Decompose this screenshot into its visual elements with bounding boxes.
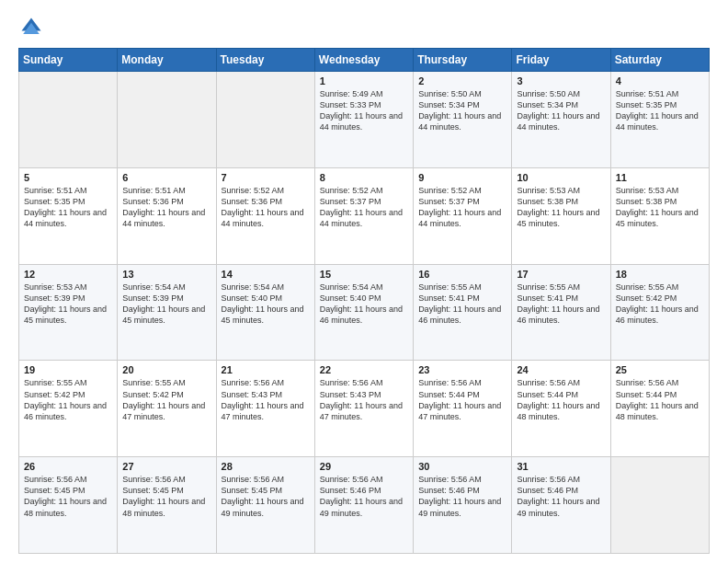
day-info: Sunrise: 5:56 AMSunset: 5:44 PMDaylight:…	[517, 377, 605, 422]
col-header-saturday: Saturday	[610, 49, 709, 72]
day-number: 6	[122, 172, 210, 183]
calendar-cell: 12Sunrise: 5:53 AMSunset: 5:39 PMDayligh…	[19, 264, 118, 361]
day-info: Sunrise: 5:55 AMSunset: 5:42 PMDaylight:…	[24, 377, 112, 422]
calendar-cell: 17Sunrise: 5:55 AMSunset: 5:41 PMDayligh…	[512, 264, 610, 361]
calendar-cell	[118, 72, 216, 168]
week-row-1: 1Sunrise: 5:49 AMSunset: 5:33 PMDaylight…	[19, 72, 710, 168]
day-number: 7	[222, 172, 310, 183]
calendar-cell: 11Sunrise: 5:53 AMSunset: 5:38 PMDayligh…	[610, 167, 709, 264]
calendar-cell: 21Sunrise: 5:56 AMSunset: 5:43 PMDayligh…	[216, 361, 314, 457]
day-number: 12	[24, 269, 112, 280]
day-info: Sunrise: 5:56 AMSunset: 5:45 PMDaylight:…	[24, 474, 112, 519]
day-number: 9	[418, 172, 506, 183]
day-info: Sunrise: 5:56 AMSunset: 5:46 PMDaylight:…	[418, 474, 506, 519]
day-number: 28	[222, 461, 310, 472]
day-number: 10	[517, 172, 605, 183]
calendar-cell: 8Sunrise: 5:52 AMSunset: 5:37 PMDaylight…	[314, 167, 413, 264]
week-row-5: 26Sunrise: 5:56 AMSunset: 5:45 PMDayligh…	[19, 457, 710, 554]
day-info: Sunrise: 5:51 AMSunset: 5:36 PMDaylight:…	[122, 185, 210, 230]
day-number: 25	[616, 364, 704, 375]
day-number: 22	[320, 364, 408, 375]
week-row-2: 5Sunrise: 5:51 AMSunset: 5:35 PMDaylight…	[19, 167, 710, 264]
calendar-cell	[216, 72, 314, 168]
day-info: Sunrise: 5:56 AMSunset: 5:43 PMDaylight:…	[320, 377, 408, 422]
day-info: Sunrise: 5:56 AMSunset: 5:43 PMDaylight:…	[222, 377, 310, 422]
col-header-thursday: Thursday	[414, 49, 512, 72]
calendar-cell: 3Sunrise: 5:50 AMSunset: 5:34 PMDaylight…	[512, 72, 610, 168]
calendar-cell: 10Sunrise: 5:53 AMSunset: 5:38 PMDayligh…	[512, 167, 610, 264]
day-info: Sunrise: 5:52 AMSunset: 5:36 PMDaylight:…	[222, 185, 310, 230]
day-info: Sunrise: 5:55 AMSunset: 5:41 PMDaylight:…	[418, 282, 506, 327]
calendar-cell: 9Sunrise: 5:52 AMSunset: 5:37 PMDaylight…	[414, 167, 512, 264]
day-info: Sunrise: 5:49 AMSunset: 5:33 PMDaylight:…	[320, 88, 408, 133]
day-number: 19	[24, 364, 112, 375]
col-header-wednesday: Wednesday	[314, 49, 413, 72]
day-info: Sunrise: 5:54 AMSunset: 5:39 PMDaylight:…	[122, 282, 210, 327]
day-number: 5	[24, 172, 112, 183]
col-header-friday: Friday	[512, 49, 610, 72]
calendar-header-row: SundayMondayTuesdayWednesdayThursdayFrid…	[19, 49, 710, 72]
day-info: Sunrise: 5:56 AMSunset: 5:45 PMDaylight:…	[122, 474, 210, 519]
calendar-cell: 6Sunrise: 5:51 AMSunset: 5:36 PMDaylight…	[118, 167, 216, 264]
day-number: 20	[122, 364, 210, 375]
calendar-cell: 25Sunrise: 5:56 AMSunset: 5:44 PMDayligh…	[610, 361, 709, 457]
day-info: Sunrise: 5:56 AMSunset: 5:44 PMDaylight:…	[418, 377, 506, 422]
day-number: 11	[616, 172, 704, 183]
logo	[18, 15, 48, 40]
calendar-cell: 28Sunrise: 5:56 AMSunset: 5:45 PMDayligh…	[216, 457, 314, 554]
calendar-cell: 13Sunrise: 5:54 AMSunset: 5:39 PMDayligh…	[118, 264, 216, 361]
calendar-cell: 22Sunrise: 5:56 AMSunset: 5:43 PMDayligh…	[314, 361, 413, 457]
calendar-cell: 18Sunrise: 5:55 AMSunset: 5:42 PMDayligh…	[610, 264, 709, 361]
day-info: Sunrise: 5:53 AMSunset: 5:38 PMDaylight:…	[616, 185, 704, 230]
col-header-monday: Monday	[118, 49, 216, 72]
day-info: Sunrise: 5:56 AMSunset: 5:46 PMDaylight:…	[320, 474, 408, 519]
day-info: Sunrise: 5:50 AMSunset: 5:34 PMDaylight:…	[418, 88, 506, 133]
calendar-cell: 29Sunrise: 5:56 AMSunset: 5:46 PMDayligh…	[314, 457, 413, 554]
week-row-4: 19Sunrise: 5:55 AMSunset: 5:42 PMDayligh…	[19, 361, 710, 457]
day-number: 24	[517, 364, 605, 375]
day-number: 30	[418, 461, 506, 472]
page: SundayMondayTuesdayWednesdayThursdayFrid…	[0, 0, 728, 563]
calendar-cell: 4Sunrise: 5:51 AMSunset: 5:35 PMDaylight…	[610, 72, 709, 168]
day-number: 21	[222, 364, 310, 375]
calendar-cell	[19, 72, 118, 168]
day-number: 27	[122, 461, 210, 472]
day-info: Sunrise: 5:52 AMSunset: 5:37 PMDaylight:…	[418, 185, 506, 230]
calendar-cell: 19Sunrise: 5:55 AMSunset: 5:42 PMDayligh…	[19, 361, 118, 457]
day-number: 14	[222, 269, 310, 280]
calendar-cell: 5Sunrise: 5:51 AMSunset: 5:35 PMDaylight…	[19, 167, 118, 264]
calendar-table: SundayMondayTuesdayWednesdayThursdayFrid…	[18, 48, 710, 554]
day-info: Sunrise: 5:55 AMSunset: 5:42 PMDaylight:…	[122, 377, 210, 422]
calendar-cell: 16Sunrise: 5:55 AMSunset: 5:41 PMDayligh…	[414, 264, 512, 361]
day-info: Sunrise: 5:53 AMSunset: 5:39 PMDaylight:…	[24, 282, 112, 327]
day-info: Sunrise: 5:51 AMSunset: 5:35 PMDaylight:…	[24, 185, 112, 230]
calendar-cell: 23Sunrise: 5:56 AMSunset: 5:44 PMDayligh…	[414, 361, 512, 457]
day-number: 1	[320, 75, 408, 86]
calendar-cell: 31Sunrise: 5:56 AMSunset: 5:46 PMDayligh…	[512, 457, 610, 554]
calendar-cell: 20Sunrise: 5:55 AMSunset: 5:42 PMDayligh…	[118, 361, 216, 457]
week-row-3: 12Sunrise: 5:53 AMSunset: 5:39 PMDayligh…	[19, 264, 710, 361]
calendar-cell: 27Sunrise: 5:56 AMSunset: 5:45 PMDayligh…	[118, 457, 216, 554]
calendar-cell: 26Sunrise: 5:56 AMSunset: 5:45 PMDayligh…	[19, 457, 118, 554]
calendar-cell: 1Sunrise: 5:49 AMSunset: 5:33 PMDaylight…	[314, 72, 413, 168]
calendar-cell: 15Sunrise: 5:54 AMSunset: 5:40 PMDayligh…	[314, 264, 413, 361]
calendar-cell	[610, 457, 709, 554]
day-number: 17	[517, 269, 605, 280]
day-info: Sunrise: 5:54 AMSunset: 5:40 PMDaylight:…	[222, 282, 310, 327]
day-info: Sunrise: 5:54 AMSunset: 5:40 PMDaylight:…	[320, 282, 408, 327]
day-info: Sunrise: 5:51 AMSunset: 5:35 PMDaylight:…	[616, 88, 704, 133]
day-info: Sunrise: 5:56 AMSunset: 5:45 PMDaylight:…	[222, 474, 310, 519]
day-info: Sunrise: 5:55 AMSunset: 5:41 PMDaylight:…	[517, 282, 605, 327]
day-number: 16	[418, 269, 506, 280]
day-info: Sunrise: 5:55 AMSunset: 5:42 PMDaylight:…	[616, 282, 704, 327]
day-info: Sunrise: 5:52 AMSunset: 5:37 PMDaylight:…	[320, 185, 408, 230]
day-number: 15	[320, 269, 408, 280]
calendar-cell: 30Sunrise: 5:56 AMSunset: 5:46 PMDayligh…	[414, 457, 512, 554]
day-info: Sunrise: 5:50 AMSunset: 5:34 PMDaylight:…	[517, 88, 605, 133]
day-number: 4	[616, 75, 704, 86]
calendar-cell: 24Sunrise: 5:56 AMSunset: 5:44 PMDayligh…	[512, 361, 610, 457]
day-number: 3	[517, 75, 605, 86]
day-number: 26	[24, 461, 112, 472]
day-number: 23	[418, 364, 506, 375]
day-info: Sunrise: 5:56 AMSunset: 5:46 PMDaylight:…	[517, 474, 605, 519]
